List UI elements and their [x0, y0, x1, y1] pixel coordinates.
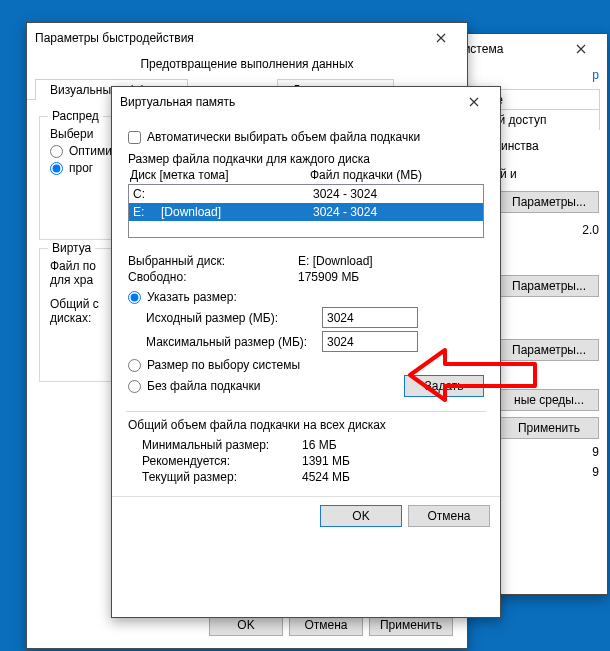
close-icon[interactable] — [456, 87, 492, 117]
recommended-label: Рекомендуется: — [142, 454, 302, 468]
vm-buttons: OK Отмена — [112, 496, 500, 535]
cancel-button[interactable]: Отмена — [408, 505, 490, 527]
min-size-label: Минимальный размер: — [142, 438, 302, 452]
initial-size-input[interactable] — [322, 307, 418, 328]
radio-custom-size[interactable]: Указать размер: — [128, 290, 484, 304]
vm-title: Виртуальная память — [120, 95, 456, 109]
vm-legend: Виртуа — [48, 241, 95, 255]
perf-title: Параметры быстродействия — [35, 31, 423, 45]
tab-dep[interactable]: Предотвращение выполнения данных — [27, 53, 467, 71]
min-size-value: 16 МБ — [302, 438, 484, 452]
free-space-row: Свободно: 175909 МБ — [128, 270, 484, 284]
current-size-label: Текущий размер: — [142, 470, 302, 484]
drive-list[interactable]: C: 3024 - 3024 E: [Download] 3024 - 3024 — [128, 184, 484, 238]
virtual-memory-dialog: Виртуальная память Автоматически выбират… — [111, 86, 501, 618]
recommended-value: 1391 МБ — [302, 454, 484, 468]
vm-body: Автоматически выбирать объем файла подка… — [112, 117, 500, 496]
drive-list-header: Диск [метка тома] Файл подкачки (МБ) — [128, 166, 484, 184]
free-space-label: Свободно: — [128, 270, 298, 284]
hdr-drive: Диск [метка тома] — [130, 168, 310, 182]
system-title: Система — [455, 42, 563, 56]
radio-no-paging[interactable]: Без файла подкачки — [128, 379, 404, 393]
recommended-row: Рекомендуется: 1391 МБ — [142, 454, 484, 468]
params-button-2[interactable]: Параметры... — [499, 275, 599, 297]
radio-system-label: Размер по выбору системы — [147, 358, 300, 372]
current-size-value: 4524 МБ — [302, 470, 484, 484]
initial-size-label: Исходный размер (МБ): — [146, 311, 314, 325]
hdr-file: Файл подкачки (МБ) — [310, 168, 482, 182]
drives-section-label: Размер файла подкачки для каждого диска — [128, 152, 484, 166]
ok-button[interactable]: OK — [320, 505, 402, 527]
current-size-row: Текущий размер: 4524 МБ — [142, 470, 484, 484]
selected-drive-row: Выбранный диск: E: [Download] — [128, 254, 484, 268]
total-section-label: Общий объем файла подкачки на всех диска… — [128, 418, 484, 432]
vm-titlebar: Виртуальная память — [112, 87, 500, 117]
selected-drive-value: E: [Download] — [298, 254, 484, 268]
initial-size-row: Исходный размер (МБ): — [128, 307, 484, 328]
radio-optimize-label: Оптими — [69, 144, 112, 158]
set-button[interactable]: Задать — [404, 375, 484, 397]
scheduling-legend: Распред — [48, 109, 103, 123]
radio-custom-label: Указать размер: — [147, 290, 237, 304]
params-button-1[interactable]: Параметры... — [499, 191, 599, 213]
env-vars-button[interactable]: ные среды... — [499, 389, 599, 411]
radio-programs-label: прог — [69, 161, 93, 175]
close-icon[interactable] — [423, 23, 459, 53]
selected-drive-label: Выбранный диск: — [128, 254, 298, 268]
free-space-value: 175909 МБ — [298, 270, 484, 284]
apply-button-sys[interactable]: Применить — [499, 417, 599, 439]
drive-row-c[interactable]: C: 3024 - 3024 — [129, 185, 483, 203]
help-link[interactable]: р — [592, 68, 599, 82]
drive-row-e[interactable]: E: [Download] 3024 - 3024 — [129, 203, 483, 221]
max-size-row: Максимальный размер (МБ): — [128, 331, 484, 352]
perf-titlebar: Параметры быстродействия — [27, 23, 467, 53]
radio-no-paging-label: Без файла подкачки — [147, 379, 260, 393]
radio-system-managed[interactable]: Размер по выбору системы — [128, 358, 484, 372]
close-icon[interactable] — [563, 34, 599, 64]
max-size-label: Максимальный размер (МБ): — [146, 335, 314, 349]
params-button-3[interactable]: Параметры... — [499, 339, 599, 361]
min-size-row: Минимальный размер: 16 МБ — [142, 438, 484, 452]
auto-manage-checkbox[interactable]: Автоматически выбирать объем файла подка… — [128, 130, 484, 144]
max-size-input[interactable] — [322, 331, 418, 352]
auto-manage-label: Автоматически выбирать объем файла подка… — [147, 130, 420, 144]
system-titlebar: Система — [447, 34, 607, 64]
